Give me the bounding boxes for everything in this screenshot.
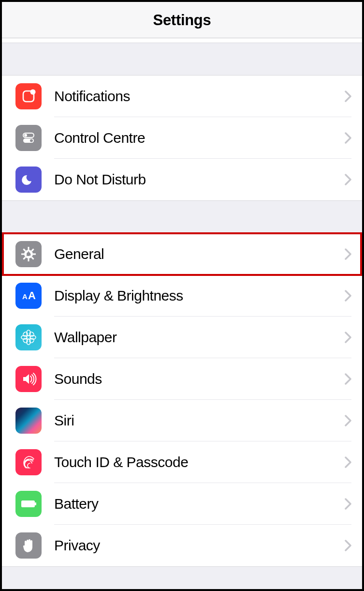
- row-touch-id[interactable]: Touch ID & Passcode: [2, 441, 362, 483]
- svg-point-1: [30, 90, 36, 95]
- svg-point-5: [30, 139, 33, 142]
- row-do-not-disturb[interactable]: Do Not Disturb: [2, 159, 362, 200]
- section-spacer: [2, 43, 362, 75]
- row-label: Do Not Disturb: [54, 171, 345, 188]
- chevron-right-icon: [345, 290, 351, 302]
- navbar: Settings: [2, 2, 362, 38]
- row-wallpaper[interactable]: Wallpaper: [2, 317, 362, 358]
- text-size-icon: AA: [15, 283, 42, 309]
- chevron-right-icon: [345, 174, 351, 185]
- row-label: Battery: [54, 496, 345, 512]
- settings-group-2: General AA Display & Brightness Wallpape…: [2, 233, 362, 567]
- page-title: Settings: [2, 12, 362, 29]
- chevron-right-icon: [345, 248, 351, 260]
- chevron-right-icon: [345, 456, 351, 468]
- svg-point-26: [22, 331, 29, 337]
- svg-rect-31: [35, 502, 36, 505]
- gear-icon: [15, 241, 42, 267]
- chevron-right-icon: [345, 91, 351, 102]
- row-general[interactable]: General: [2, 233, 362, 275]
- svg-point-28: [22, 337, 29, 344]
- row-label: Wallpaper: [54, 329, 345, 346]
- hand-icon: [15, 532, 42, 559]
- chevron-right-icon: [345, 132, 351, 144]
- settings-group-1: Notifications Control Centre Do Not Dist…: [2, 75, 362, 201]
- svg-rect-30: [21, 500, 35, 507]
- flower-icon: [15, 324, 42, 350]
- row-label: Privacy: [54, 537, 345, 554]
- row-label: Notifications: [54, 88, 345, 105]
- row-notifications[interactable]: Notifications: [2, 76, 362, 117]
- row-label: Sounds: [54, 371, 345, 387]
- row-label: General: [54, 246, 345, 262]
- svg-point-29: [29, 337, 35, 344]
- moon-icon: [15, 167, 42, 193]
- divider-strip: [2, 38, 362, 43]
- row-control-centre[interactable]: Control Centre: [2, 117, 362, 159]
- control-centre-icon: [15, 125, 42, 151]
- notifications-icon: [15, 83, 42, 109]
- row-label: Touch ID & Passcode: [54, 454, 345, 470]
- row-battery[interactable]: Battery: [2, 483, 362, 525]
- chevron-right-icon: [345, 498, 351, 510]
- row-label: Control Centre: [54, 130, 345, 146]
- battery-icon: [15, 491, 42, 517]
- chevron-right-icon: [345, 373, 351, 385]
- row-sounds[interactable]: Sounds: [2, 358, 362, 400]
- svg-rect-10: [33, 254, 36, 255]
- svg-text:A: A: [22, 292, 28, 301]
- svg-point-3: [24, 134, 27, 137]
- svg-rect-8: [28, 258, 29, 261]
- fingerprint-icon: [15, 449, 42, 475]
- svg-point-27: [29, 331, 35, 337]
- svg-rect-7: [28, 247, 29, 250]
- chevron-right-icon: [345, 540, 351, 551]
- svg-text:A: A: [28, 289, 36, 302]
- section-spacer: [2, 201, 362, 233]
- row-display-brightness[interactable]: AA Display & Brightness: [2, 275, 362, 317]
- row-privacy[interactable]: Privacy: [2, 525, 362, 566]
- row-label: Display & Brightness: [54, 288, 345, 304]
- siri-icon: [15, 408, 42, 434]
- chevron-right-icon: [345, 332, 351, 343]
- svg-rect-9: [21, 254, 24, 255]
- row-label: Siri: [54, 412, 345, 429]
- chevron-right-icon: [345, 415, 351, 426]
- speaker-icon: [15, 366, 42, 392]
- row-siri[interactable]: Siri: [2, 400, 362, 441]
